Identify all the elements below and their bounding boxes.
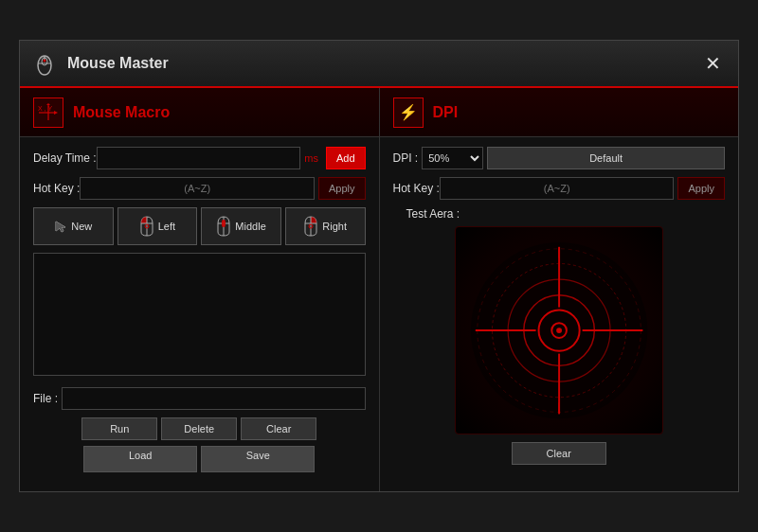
file-input[interactable] [62, 387, 365, 410]
delay-row: Delay Time : ms Add [33, 147, 366, 169]
right-panel: ⚡ DPI DPI : 10% 20% 30% 40% 50% 60% 70% [380, 88, 739, 491]
dpi-panel-body: DPI : 10% 20% 30% 40% 50% 60% 70% 80% 90… [380, 137, 739, 474]
file-label: File : [33, 392, 58, 405]
delete-button[interactable]: Delete [161, 417, 237, 440]
svg-rect-17 [222, 220, 226, 227]
macro-textarea[interactable] [33, 253, 366, 376]
load-save-row: Load Save [33, 446, 366, 472]
test-area-section: Test Aera : [406, 207, 713, 434]
save-button[interactable]: Save [201, 446, 315, 472]
dpi-hotkey-input[interactable] [440, 177, 675, 200]
dpi-label: DPI : [393, 151, 419, 165]
svg-point-4 [44, 60, 46, 62]
crosshair-display [455, 226, 663, 434]
macro-section-header: X , Y Mouse Macro [20, 88, 379, 137]
dpi-apply-button[interactable]: Apply [677, 177, 725, 200]
dpi-section-header: ⚡ DPI [380, 88, 739, 137]
hotkey-row: Hot Key : Apply [33, 177, 366, 200]
run-button[interactable]: Run [81, 417, 157, 440]
apply-button[interactable]: Apply [318, 177, 366, 200]
clear-button[interactable]: Clear [241, 417, 316, 440]
file-row: File : [33, 387, 366, 410]
right-mouse-icon [303, 216, 318, 237]
macro-icon: X , Y [33, 98, 63, 128]
title-bar: Mouse Master ✕ [20, 41, 738, 88]
delay-unit: ms [304, 152, 318, 164]
svg-point-32 [556, 328, 562, 333]
middle-button[interactable]: Middle [201, 207, 281, 245]
svg-marker-7 [54, 111, 58, 115]
dpi-clear-row: Clear [393, 442, 726, 465]
app-icon [31, 50, 58, 77]
default-button[interactable]: Default [487, 147, 725, 169]
action-buttons: Run Delete Clear [33, 417, 366, 440]
svg-marker-9 [46, 103, 50, 105]
dpi-select[interactable]: 10% 20% 30% 40% 50% 60% 70% 80% 90% 100% [422, 147, 483, 169]
add-button[interactable]: Add [326, 147, 366, 169]
load-button[interactable]: Load [83, 446, 197, 472]
left-button[interactable]: Left [117, 207, 198, 245]
dpi-hotkey-row: Hot Key : Apply [393, 177, 726, 200]
macro-title: Mouse Macro [73, 104, 170, 121]
window-title: Mouse Master [67, 55, 699, 72]
delay-input[interactable] [97, 147, 301, 169]
crosshair-svg [466, 238, 652, 423]
macro-panel-body: Delay Time : ms Add Hot Key : Apply [20, 137, 379, 482]
middle-label: Middle [235, 221, 265, 232]
left-label: Left [158, 221, 175, 232]
dpi-row: DPI : 10% 20% 30% 40% 50% 60% 70% 80% 90… [393, 147, 726, 169]
left-panel: X , Y Mouse Macro Delay Time : ms Add [20, 88, 380, 491]
dpi-clear-button[interactable]: Clear [512, 442, 606, 465]
left-mouse-icon [139, 216, 154, 237]
main-content: X , Y Mouse Macro Delay Time : ms Add [20, 88, 738, 491]
svg-text:X , Y: X , Y [38, 105, 52, 112]
delay-label: Delay Time : [33, 151, 97, 165]
dpi-icon: ⚡ [393, 98, 424, 128]
hotkey-input[interactable] [80, 177, 315, 200]
test-area-label: Test Aera : [406, 207, 713, 221]
mouse-buttons-row: New Left [33, 207, 366, 245]
hotkey-label: Hot Key : [33, 182, 80, 195]
app-window: Mouse Master ✕ X , Y Mouse Macro [19, 40, 739, 492]
close-button[interactable]: ✕ [699, 50, 727, 77]
new-label: New [71, 221, 92, 232]
middle-mouse-icon [216, 216, 231, 237]
dpi-title: DPI [433, 104, 459, 121]
cursor-icon [54, 220, 67, 233]
dpi-hotkey-label: Hot Key : [393, 182, 440, 195]
new-button[interactable]: New [33, 207, 114, 245]
right-label: Right [322, 221, 347, 232]
right-button[interactable]: Right [285, 207, 366, 245]
